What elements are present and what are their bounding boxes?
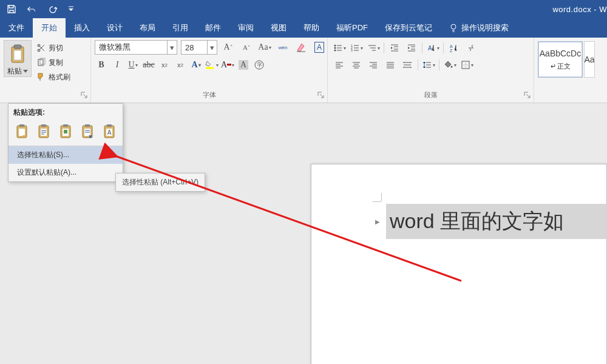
group-clipboard: 粘贴 剪切 复制 格式刷 剪贴板 <box>0 38 91 103</box>
tab-help[interactable]: 帮助 <box>295 18 328 38</box>
grow-font-button[interactable]: A˄ <box>221 40 236 55</box>
borders-button[interactable]: ▾ <box>459 58 475 72</box>
paste-keep-text-icon[interactable] <box>80 123 96 141</box>
cut-button[interactable]: 剪切 <box>34 41 73 55</box>
selected-text[interactable]: word 里面的文字如 <box>386 204 607 239</box>
svg-rect-8 <box>206 67 214 69</box>
shading-button[interactable]: ▾ <box>442 58 458 72</box>
character-border-button[interactable]: A <box>312 40 327 55</box>
save-icon[interactable] <box>6 4 17 15</box>
distribute-button[interactable] <box>399 58 415 72</box>
redo-icon[interactable] <box>47 4 58 15</box>
svg-point-11 <box>334 45 336 47</box>
strikethrough-button[interactable]: abc <box>142 58 155 72</box>
svg-text:A: A <box>107 129 112 136</box>
selection-handle-icon: ▶ <box>375 218 380 225</box>
italic-button[interactable]: I <box>110 58 124 72</box>
tab-save-to-cloud[interactable]: 保存到云笔记 <box>376 18 441 38</box>
font-size-combo[interactable]: 28 ▾ <box>181 40 217 55</box>
tab-file[interactable]: 文件 <box>0 18 33 38</box>
tab-foxit-pdf[interactable]: 福昕PDF <box>328 18 376 38</box>
undo-icon[interactable] <box>27 4 38 15</box>
svg-point-13 <box>334 50 336 52</box>
svg-text:A: A <box>450 44 453 49</box>
decrease-indent-button[interactable] <box>387 41 402 55</box>
tell-me-label: 操作说明搜索 <box>461 22 509 33</box>
dialog-launcher-icon[interactable] <box>81 92 88 99</box>
paste-icon <box>8 43 27 65</box>
quick-access-toolbar <box>0 4 74 15</box>
paste-split-button[interactable]: 粘贴 <box>4 40 32 77</box>
ribbon-tabs: 文件 开始 插入 设计 布局 引用 邮件 审阅 视图 帮助 福昕PDF 保存到云… <box>0 18 607 38</box>
multilevel-list-button[interactable]: ▾ <box>365 41 381 55</box>
enclose-characters-button[interactable]: 字 <box>253 58 266 72</box>
svg-rect-29 <box>63 124 68 127</box>
shrink-font-button[interactable]: A˅ <box>239 40 254 55</box>
svg-rect-23 <box>19 124 24 127</box>
paintbrush-icon <box>36 72 46 82</box>
svg-text:A: A <box>428 45 432 52</box>
dialog-launcher-icon[interactable] <box>524 92 531 99</box>
font-name-combo[interactable]: 微软雅黑 ▾ <box>95 40 177 55</box>
highlight-button[interactable]: ▾ <box>205 58 219 72</box>
svg-text:字: 字 <box>257 62 262 68</box>
align-left-button[interactable] <box>331 58 347 72</box>
tab-mailings[interactable]: 邮件 <box>197 18 229 38</box>
copy-icon <box>36 58 46 67</box>
chevron-down-icon[interactable]: ▾ <box>167 41 177 54</box>
show-marks-button[interactable] <box>463 41 479 55</box>
justify-button[interactable] <box>382 58 398 72</box>
line-spacing-button[interactable]: ▾ <box>421 58 436 72</box>
chevron-down-icon[interactable]: ▾ <box>207 41 217 54</box>
increase-indent-button[interactable] <box>404 41 419 55</box>
title-bar: word.docx - W <box>0 0 607 18</box>
change-case-button[interactable]: Aa▾ <box>257 40 272 55</box>
style-normal[interactable]: AaBbCcDc ↵正文 <box>538 41 583 78</box>
clear-formatting-button[interactable] <box>294 40 308 55</box>
chevron-down-icon <box>23 70 28 73</box>
tab-review[interactable]: 审阅 <box>229 18 262 38</box>
style-next[interactable]: Aa <box>584 41 595 78</box>
font-color-button[interactable]: A▾ <box>221 58 234 72</box>
group-font: 微软雅黑 ▾ 28 ▾ A˄ A˅ Aa▾ wén A <box>91 38 328 103</box>
sort-button[interactable]: AZ <box>446 41 462 55</box>
align-right-button[interactable] <box>365 58 381 72</box>
superscript-button[interactable]: x2 <box>174 58 187 72</box>
tell-me-search[interactable]: 操作说明搜索 <box>441 18 517 38</box>
tab-references[interactable]: 引用 <box>164 18 197 38</box>
paste-merge-icon[interactable] <box>36 123 52 141</box>
subscript-button[interactable]: x2 <box>158 58 171 72</box>
menu-paste-special[interactable]: 选择性粘贴(S)... <box>8 146 123 164</box>
dialog-launcher-icon[interactable] <box>317 92 325 99</box>
tab-insert[interactable]: 插入 <box>66 18 98 38</box>
group-label-paragraph: 段落 <box>328 90 534 103</box>
text-effects-button[interactable]: A▾ <box>189 58 203 72</box>
svg-rect-24 <box>19 129 25 136</box>
paste-picture-icon[interactable] <box>58 123 74 141</box>
copy-button[interactable]: 复制 <box>34 56 73 69</box>
margin-corner-mark <box>373 192 385 204</box>
paste-keep-source-icon[interactable] <box>15 123 30 141</box>
paste-text-only-icon[interactable]: A <box>102 123 118 141</box>
bold-button[interactable]: B <box>95 58 108 72</box>
bullets-button[interactable]: ▾ <box>331 41 347 55</box>
align-center-button[interactable] <box>348 58 364 72</box>
ribbon: 粘贴 剪切 复制 格式刷 剪贴板 <box>0 38 607 103</box>
character-shading-button[interactable]: A <box>237 58 250 72</box>
phonetic-guide-button[interactable]: wén <box>276 40 290 55</box>
underline-button[interactable]: U▾ <box>126 58 140 72</box>
qat-customize-icon[interactable] <box>68 4 74 15</box>
numbering-button[interactable]: 123▾ <box>348 41 364 55</box>
menu-set-default-paste[interactable]: 设置默认粘贴(A)... <box>8 164 123 181</box>
tab-home[interactable]: 开始 <box>33 18 66 38</box>
text-direction-button[interactable]: A▾ <box>425 41 441 55</box>
page[interactable] <box>311 164 607 364</box>
tab-layout[interactable]: 布局 <box>131 18 164 38</box>
paste-dropdown-menu: 粘贴选项: A 选择性粘贴(S)... 设置默认粘贴(A)... <box>8 103 123 182</box>
format-painter-button[interactable]: 格式刷 <box>34 70 73 84</box>
tab-design[interactable]: 设计 <box>98 18 131 38</box>
svg-text:Z: Z <box>450 49 453 53</box>
tab-view[interactable]: 视图 <box>262 18 295 38</box>
tooltip-paste-special: 选择性粘贴 (Alt+Ctrl+V) <box>115 173 205 192</box>
svg-rect-2 <box>14 45 21 49</box>
